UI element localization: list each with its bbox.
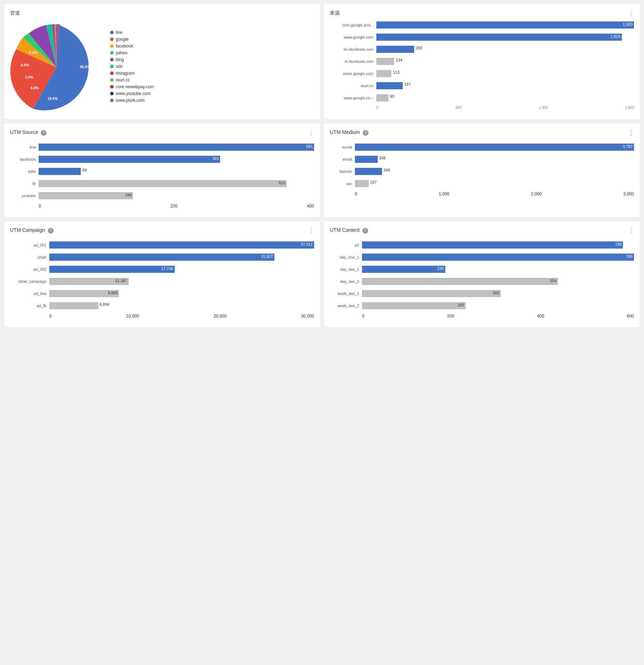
- legend-yahoo: yahoo: [110, 50, 154, 55]
- bar: 554: [362, 278, 558, 285]
- legend-line: line: [110, 30, 154, 35]
- source-menu[interactable]: ⋮: [628, 9, 635, 17]
- bar: 17,706: [49, 266, 175, 273]
- source-bar-wrap: 113: [376, 69, 634, 78]
- bar: [39, 168, 81, 175]
- bar-wrap: 9,865: [49, 289, 314, 298]
- bar: 37,412: [49, 241, 314, 249]
- utm-content-help-icon[interactable]: ?: [362, 228, 368, 234]
- bar-value-inside: 17,706: [161, 266, 173, 271]
- bar-row: ad_001 37,412: [10, 241, 314, 249]
- source-x-label: 500: [456, 106, 462, 110]
- x-axis-label: 3,000: [623, 191, 634, 196]
- x-axis: 0200400600: [330, 314, 634, 319]
- bar: 31,807: [49, 254, 274, 261]
- source-x-label: 1,000: [539, 106, 548, 110]
- bar-value-inside: 769: [626, 254, 633, 259]
- x-axis-labels: 01,0002,0003,000: [355, 191, 634, 196]
- bar-wrap: 581: [39, 143, 314, 151]
- source-bar: [376, 82, 403, 89]
- bar-row: ad_fb 6,894: [10, 301, 314, 310]
- utm-medium-help-icon[interactable]: ?: [363, 130, 368, 136]
- source-bar-value-outside: 283: [414, 46, 422, 50]
- pie-label-line: 45.6%: [80, 65, 91, 69]
- bar-label: fb: [10, 181, 39, 186]
- x-axis-label: 1,000: [439, 191, 450, 196]
- utm-content-menu[interactable]: ⋮: [628, 226, 635, 234]
- source-bar-value-outside: 90: [388, 94, 394, 99]
- legend-label-bing: bing: [116, 57, 124, 62]
- utm-source-help-icon[interactable]: ?: [41, 130, 46, 136]
- x-axis-label: 0: [39, 204, 41, 209]
- x-axis-label: 400: [307, 204, 314, 209]
- source-bar-wrap: 197: [376, 81, 634, 90]
- legend-label-udn: udn: [116, 64, 123, 69]
- utm-campaign-menu[interactable]: ⋮: [308, 226, 315, 234]
- bar-row: ad_line 9,865: [10, 289, 314, 298]
- bar-wrap: 235: [362, 265, 634, 274]
- bar-label: p2: [330, 243, 362, 247]
- utm-medium-title: UTM Medium ?: [330, 129, 634, 136]
- x-axis-spacer: [10, 204, 39, 209]
- utm-source-title-text: UTM Source: [10, 129, 38, 135]
- bar-label: facebook: [10, 157, 39, 161]
- bar-label: ad_line: [10, 291, 49, 296]
- legend-label-plurk: www.plurk.com: [116, 98, 145, 103]
- pie-label-facebook: 6.9%: [31, 86, 39, 90]
- source-x-label: 1,500: [625, 106, 634, 110]
- bar-label: day_one_1: [330, 255, 362, 259]
- bar-row: email 308: [330, 155, 634, 164]
- pipeline-card: 管道: [4, 4, 320, 119]
- x-axis-label: 0: [362, 314, 365, 319]
- bar-value-inside: 235: [437, 266, 444, 271]
- x-axis-label: 200: [170, 204, 178, 209]
- bar: 769: [362, 254, 634, 261]
- pie-svg: 45.6% 19.6% 6.9% 3.8% 8.4% 5.2%: [10, 21, 103, 114]
- legend-dot-google: [110, 38, 114, 41]
- utm-content-chart: p2 738 day_one_1 769 day_two_1 235: [330, 238, 634, 321]
- bar-label: line: [10, 145, 39, 149]
- source-bar: 1,829: [376, 34, 622, 41]
- bar-value-inside: 199: [125, 193, 132, 197]
- bar-row: p2 738: [330, 241, 634, 249]
- source-bar: [376, 94, 388, 101]
- utm-source-title: UTM Source ?: [10, 129, 314, 136]
- legend-reurl: reurl.cc: [110, 78, 154, 82]
- bar-row: line 581: [10, 143, 314, 151]
- source-bar-row: com.google.and... 1,920: [330, 21, 634, 29]
- source-bar-wrap: 134: [376, 57, 634, 66]
- bar-value-inside: 9,865: [108, 291, 118, 295]
- bar-value-inside: 31,807: [261, 254, 273, 259]
- bar-value-outside: 6,894: [98, 302, 110, 306]
- source-x-labels: 05001,0001,500: [376, 106, 634, 110]
- utm-source-menu[interactable]: ⋮: [308, 129, 315, 136]
- x-axis-label: 400: [537, 314, 544, 319]
- source-bar: [376, 70, 391, 77]
- x-axis-spacer: [10, 314, 49, 319]
- x-axis-labels: 0200400600: [362, 314, 634, 319]
- bar: 11,187: [49, 278, 129, 285]
- bar: 581: [39, 144, 314, 151]
- source-bar-label: com.google.and...: [330, 23, 376, 27]
- bar-value-inside: 37,412: [301, 242, 313, 246]
- utm-medium-menu[interactable]: ⋮: [628, 129, 635, 136]
- pie-label-bing: 8.4%: [21, 63, 29, 67]
- bar-wrap: 6,894: [49, 301, 314, 310]
- source-bar-row: www.google.com 1,829: [330, 33, 634, 41]
- bar-label: banner: [330, 169, 355, 174]
- legend-bing: bing: [110, 57, 154, 62]
- bar: 738: [362, 241, 623, 249]
- bar-row: day_one_1 769: [330, 253, 634, 261]
- utm-campaign-help-icon[interactable]: ?: [48, 228, 54, 234]
- source-bar-row: reurl.cc 197: [330, 81, 634, 90]
- legend-label-reurl: reurl.cc: [116, 78, 130, 82]
- bar-row: banner 368: [330, 167, 634, 176]
- bar: 3,782: [355, 144, 634, 151]
- legend-label-instagram: instagram: [116, 71, 135, 76]
- bar-wrap: 368: [355, 167, 634, 176]
- x-axis-spacer: [330, 314, 362, 319]
- bar-wrap: 738: [362, 241, 634, 249]
- bar-label: other_campaign: [10, 279, 49, 284]
- bar-value-inside: 554: [550, 279, 556, 283]
- source-x-axis: 05001,0001,500: [330, 106, 634, 110]
